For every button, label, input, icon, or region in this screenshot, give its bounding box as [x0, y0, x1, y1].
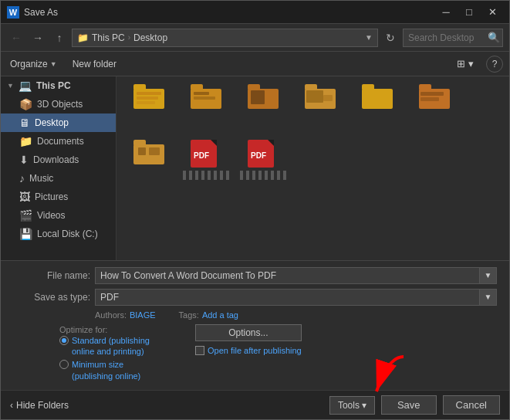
- saveastype-input[interactable]: [95, 289, 480, 306]
- svg-rect-6: [191, 84, 203, 90]
- filename-row: File name: ▼: [13, 267, 497, 284]
- file-item-pdf[interactable]: PDF: [178, 137, 234, 191]
- address-bar: ← → ↑ 📁 This PC › Desktop ▼ ↻ 🔍: [1, 24, 509, 52]
- 3d-icon: 📦: [19, 98, 32, 110]
- file-item[interactable]: [350, 81, 405, 135]
- bc-sep1: ›: [128, 33, 130, 42]
- svg-rect-1: [133, 84, 146, 90]
- optimize-section: Optimize for: Standard (publishing onlin…: [59, 324, 164, 384]
- file-item[interactable]: [178, 81, 234, 135]
- sidebar-item-documents[interactable]: 📁 Documents: [1, 132, 116, 151]
- sidebar: ▼ 💻 This PC 📦 3D Objects 🖥 Desktop 📁 Doc…: [1, 76, 117, 260]
- new-folder-button[interactable]: New folder: [69, 57, 120, 71]
- svg-rect-24: [138, 147, 146, 155]
- folder-icon: [248, 84, 279, 112]
- chevron-left-icon: ‹: [10, 400, 13, 411]
- app-icon: W: [7, 6, 19, 19]
- back-button[interactable]: ←: [7, 29, 25, 47]
- tools-button[interactable]: Tools ▾: [329, 396, 375, 415]
- svg-rect-23: [133, 140, 146, 146]
- breadcrumb-dropdown[interactable]: ▼: [365, 33, 373, 42]
- open-after-checkbox[interactable]: Open file after publishing: [195, 346, 302, 355]
- folder-icon: [191, 84, 221, 112]
- cancel-button[interactable]: Cancel: [443, 395, 500, 415]
- svg-rect-13: [305, 84, 317, 90]
- sidebar-label-videos: Videos: [37, 210, 65, 221]
- file-item[interactable]: [407, 81, 462, 135]
- organize-dropdown-icon: ▼: [50, 60, 57, 68]
- disk-icon: 💾: [19, 228, 32, 240]
- folder-icon: [419, 84, 450, 112]
- maximize-button[interactable]: □: [458, 5, 480, 20]
- minimize-button[interactable]: ─: [435, 5, 457, 20]
- filename-dropdown[interactable]: ▼: [480, 267, 497, 284]
- view-toggle-button[interactable]: ⊞ ▾: [454, 56, 477, 71]
- svg-text:PDF: PDF: [194, 151, 209, 160]
- tags-value[interactable]: Add a tag: [202, 310, 238, 320]
- close-button[interactable]: ✕: [481, 5, 503, 20]
- help-button[interactable]: ?: [486, 56, 503, 73]
- save-button[interactable]: Save: [381, 395, 437, 415]
- authors-value[interactable]: BIAGE: [130, 310, 156, 320]
- svg-rect-2: [137, 92, 161, 95]
- tools-dropdown-icon: ▾: [362, 400, 366, 411]
- radio-minimum-circle[interactable]: [59, 360, 69, 369]
- saveastype-dropdown[interactable]: ▼: [480, 289, 497, 306]
- bc-desktop[interactable]: Desktop: [133, 32, 167, 43]
- filename-label: File name:: [13, 270, 90, 281]
- computer-icon: 💻: [19, 80, 32, 92]
- svg-rect-25: [149, 147, 160, 155]
- file-item[interactable]: [121, 81, 177, 135]
- hide-folders-button[interactable]: ‹ Hide Folders: [10, 400, 69, 411]
- folder-icon: [133, 140, 164, 168]
- checkbox-icon[interactable]: [195, 346, 204, 355]
- music-icon: ♪: [19, 172, 25, 185]
- folder-icon: [133, 84, 164, 112]
- sidebar-label-music: Music: [29, 173, 53, 184]
- file-item-pdf[interactable]: PDF: [235, 137, 291, 191]
- sidebar-item-downloads[interactable]: ⬇ Downloads: [1, 151, 116, 169]
- sidebar-label-localdisk: Local Disk (C:): [37, 229, 98, 239]
- folder-icon: [305, 84, 336, 112]
- up-button[interactable]: ↑: [50, 29, 69, 47]
- svg-rect-21: [420, 97, 439, 101]
- sidebar-item-3dobjects[interactable]: 📦 3D Objects: [1, 95, 116, 113]
- folder-icon: [362, 84, 393, 112]
- pdf-icon: PDF: [191, 140, 221, 168]
- sidebar-item-this-pc[interactable]: ▼ 💻 This PC: [1, 76, 116, 95]
- sidebar-item-pictures[interactable]: 🖼 Pictures: [1, 188, 116, 206]
- filename-input[interactable]: [95, 267, 480, 284]
- bottom-panel: File name: ▼ Save as type: ▼ Authors: BI…: [1, 260, 509, 390]
- optimize-label: Optimize for:: [59, 325, 107, 334]
- file-item[interactable]: [292, 81, 348, 135]
- forward-button[interactable]: →: [29, 29, 47, 47]
- breadcrumb[interactable]: 📁 This PC › Desktop ▼: [72, 29, 378, 47]
- file-item[interactable]: [235, 81, 291, 135]
- options-button[interactable]: Options...: [195, 324, 302, 341]
- sidebar-item-videos[interactable]: 🎬 Videos: [1, 206, 116, 225]
- authors-label: Authors:: [95, 310, 127, 320]
- sidebar-item-music[interactable]: ♪ Music: [1, 169, 116, 188]
- authors-item: Authors: BIAGE: [95, 310, 156, 320]
- radio-standard-circle[interactable]: [59, 336, 69, 345]
- sidebar-label-thispc: This PC: [36, 80, 71, 91]
- sidebar-item-desktop[interactable]: 🖥 Desktop: [1, 113, 116, 132]
- sidebar-label-3dobjects: 3D Objects: [37, 99, 83, 110]
- meta-row: Authors: BIAGE Tags: Add a tag: [13, 310, 497, 320]
- svg-rect-15: [323, 95, 333, 101]
- radio-minimum[interactable]: Minimum size (publishing online): [59, 359, 164, 381]
- organize-button[interactable]: Organize ▼: [7, 57, 60, 71]
- search-wrap: 🔍: [403, 29, 503, 47]
- file-item[interactable]: [121, 137, 177, 191]
- svg-rect-10: [248, 84, 260, 90]
- svg-rect-11: [251, 90, 265, 104]
- search-input[interactable]: [403, 29, 503, 47]
- window-controls: ─ □ ✕: [435, 5, 503, 20]
- radio-standard[interactable]: Standard (publishing online and printing…: [59, 335, 164, 357]
- sidebar-item-localdisk[interactable]: 💾 Local Disk (C:): [1, 225, 116, 243]
- svg-rect-17: [362, 84, 374, 90]
- bc-thispc[interactable]: This PC: [92, 32, 125, 43]
- desktop-icon: 🖥: [19, 117, 30, 129]
- downloads-icon: ⬇: [19, 154, 29, 166]
- refresh-button[interactable]: ↻: [381, 29, 400, 47]
